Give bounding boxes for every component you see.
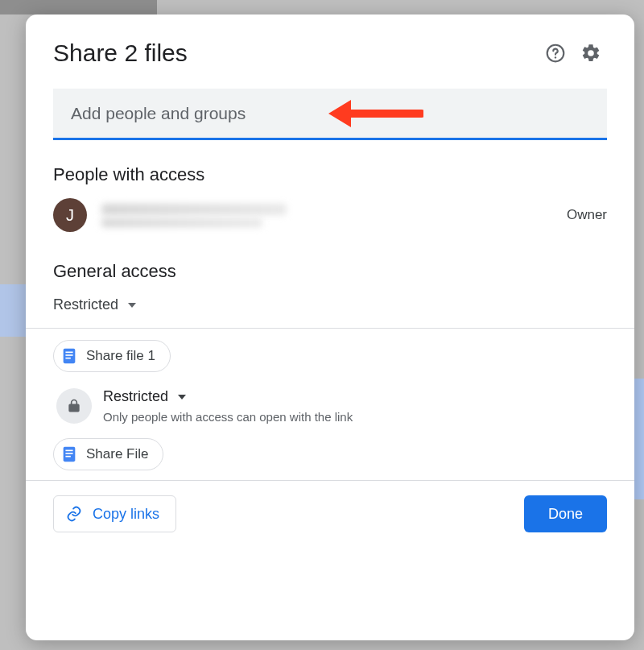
svg-rect-6: [65, 354, 72, 356]
svg-rect-8: [64, 447, 76, 462]
help-button[interactable]: [539, 37, 572, 69]
file-access-description: Only people with access can open with th…: [103, 410, 353, 424]
chevron-down-icon: [128, 303, 136, 308]
general-access-value: Restricted: [53, 296, 118, 313]
background-strip: [0, 284, 26, 337]
svg-point-1: [555, 56, 556, 58]
file-access-info: Restricted Only people with access can o…: [103, 388, 353, 424]
dialog-footer: Copy links Done: [26, 481, 634, 549]
gear-icon: [580, 43, 601, 64]
person-row-owner: J Owner: [26, 193, 634, 237]
lock-badge: [56, 388, 92, 424]
svg-rect-4: [64, 349, 76, 363]
dialog-title: Share 2 files: [53, 39, 536, 67]
share-dialog: Share 2 files People with access J Own: [26, 14, 634, 640]
link-icon: [65, 505, 83, 523]
copy-links-button[interactable]: Copy links: [53, 495, 176, 532]
background-strip: [634, 379, 644, 499]
add-people-field[interactable]: [53, 89, 607, 140]
lock-icon: [66, 398, 82, 414]
background-strip: [0, 0, 157, 14]
chevron-down-icon: [178, 395, 186, 400]
people-with-access-heading: People with access: [53, 164, 607, 185]
general-access-dropdown[interactable]: Restricted: [53, 296, 607, 313]
file-section-1: Share file 1 Restricted Only people with…: [26, 329, 634, 480]
file-access-row: Restricted Only people with access can o…: [56, 388, 607, 424]
person-info: [101, 201, 567, 230]
svg-rect-11: [65, 456, 70, 457]
add-people-input[interactable]: [69, 103, 591, 124]
avatar: J: [53, 198, 87, 232]
file-chip[interactable]: Share file 1: [53, 340, 171, 372]
svg-rect-5: [65, 352, 72, 354]
file-access-dropdown[interactable]: Restricted: [103, 388, 353, 405]
dialog-header: Share 2 files: [26, 14, 634, 77]
file-chip-label: Share file 1: [86, 348, 155, 364]
file-access-value: Restricted: [103, 388, 168, 405]
person-role: Owner: [567, 207, 607, 223]
file-chip-label: Share File: [86, 446, 148, 462]
copy-links-label: Copy links: [93, 506, 159, 523]
docs-icon: [60, 445, 78, 463]
redacted-name: [101, 204, 287, 215]
general-access-heading: General access: [53, 261, 607, 282]
help-icon: [545, 43, 566, 64]
settings-button[interactable]: [575, 37, 607, 69]
done-button[interactable]: Done: [524, 495, 607, 532]
docs-icon: [60, 347, 78, 365]
svg-rect-9: [65, 450, 72, 452]
file-chip[interactable]: Share File: [53, 438, 163, 470]
svg-rect-7: [65, 358, 70, 359]
svg-rect-10: [65, 453, 72, 454]
redacted-email: [101, 218, 262, 227]
